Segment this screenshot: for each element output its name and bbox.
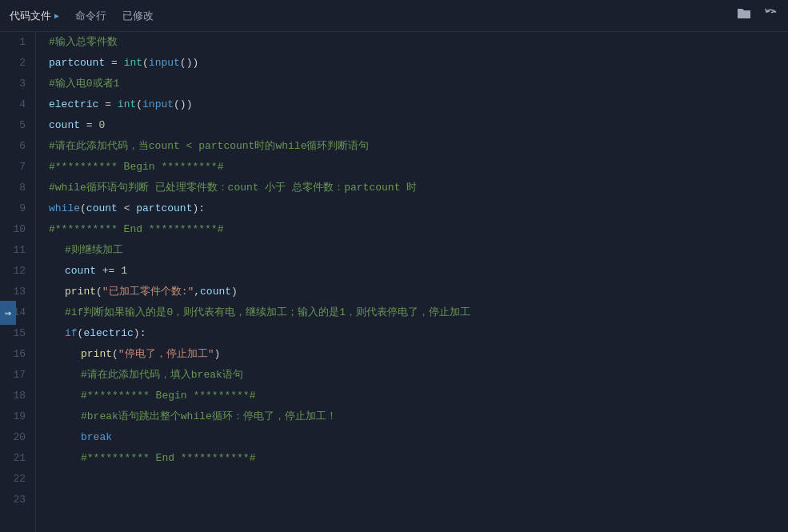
- line-number: 17: [6, 365, 26, 386]
- token: #请在此添加代码，当count < partcount时的while循环判断语句: [49, 136, 369, 157]
- token: count: [49, 115, 80, 136]
- token: 0: [98, 115, 105, 136]
- token: #break语句跳出整个while循环：停电了，停止加工！: [81, 406, 337, 427]
- code-line: electric = int(input()): [49, 94, 788, 115]
- play-icon: ▶: [54, 11, 59, 21]
- line-number: 18: [6, 386, 26, 406]
- code-line: [49, 490, 788, 510]
- code-line: break: [49, 427, 788, 448]
- line-number: 2: [6, 53, 26, 74]
- code-line: #请在此添加代码，当count < partcount时的while循环判断语句: [49, 136, 788, 157]
- token: (: [96, 282, 102, 302]
- line-number: 3: [6, 74, 26, 94]
- token: while: [49, 198, 80, 219]
- token: =: [80, 115, 98, 136]
- token: count: [200, 282, 231, 302]
- codefile-label: 代码文件: [10, 9, 51, 23]
- token: input: [142, 94, 174, 115]
- token: #则继续加工: [65, 240, 123, 261]
- line-number: 6: [6, 136, 26, 157]
- token: (: [80, 198, 86, 219]
- code-line: [49, 469, 788, 490]
- toolbar-modified[interactable]: 已修改: [122, 9, 154, 23]
- token: =: [105, 53, 123, 74]
- code-line: print("停电了，停止加工"): [49, 344, 788, 365]
- token: count: [86, 198, 118, 219]
- token: #********** Begin *********#: [49, 157, 223, 178]
- toolbar-right-icons: [737, 7, 778, 24]
- code-line: #请在此添加代码，填入break语句: [49, 365, 788, 386]
- token: (: [78, 323, 84, 344]
- line-number: 23: [6, 490, 26, 510]
- line-number: 10: [6, 219, 26, 240]
- code-line: while(count < partcount):: [49, 198, 788, 219]
- token: +=: [96, 261, 121, 282]
- token: #请在此添加代码，填入break语句: [81, 365, 243, 386]
- token: count: [65, 261, 96, 282]
- token: int: [118, 94, 136, 115]
- token: =: [98, 94, 117, 115]
- code-line: #********** End ***********#: [49, 448, 788, 469]
- line-number: 4: [6, 94, 26, 115]
- line-number: 22: [6, 469, 26, 490]
- token: 1: [121, 261, 127, 282]
- token: #输入电0或者1: [49, 74, 119, 94]
- token: ()): [180, 53, 198, 74]
- token: (: [142, 53, 149, 74]
- code-line: print("已加工零件个数:",count): [49, 282, 788, 302]
- token: partcount: [49, 53, 105, 74]
- code-line: #********** End ***********#: [49, 219, 788, 240]
- line-number: 13: [6, 282, 26, 302]
- token: if: [65, 323, 78, 344]
- token: print: [65, 282, 96, 302]
- code-line: if(electric):: [49, 323, 788, 344]
- folder-icon[interactable]: [737, 7, 751, 24]
- code-line: #while循环语句判断 已处理零件数：count 小于 总零件数：partco…: [49, 178, 788, 198]
- line-number: 5: [6, 115, 26, 136]
- toolbar-codefile[interactable]: 代码文件 ▶: [10, 9, 59, 23]
- undo-icon[interactable]: [764, 7, 778, 24]
- token: input: [149, 53, 180, 74]
- token: #while循环语句判断 已处理零件数：count 小于 总零件数：partco…: [49, 178, 417, 198]
- token: int: [124, 53, 142, 74]
- token: #输入总零件数: [49, 32, 118, 53]
- token: ): [231, 282, 238, 302]
- token: ): [214, 344, 220, 365]
- token: ):: [192, 198, 205, 219]
- token: electric: [49, 94, 98, 115]
- line-number: 1: [6, 32, 26, 53]
- line-number: 21: [6, 448, 26, 469]
- toolbar-cmdline[interactable]: 命令行: [75, 9, 106, 23]
- code-line: count += 1: [49, 261, 788, 282]
- cmdline-label: 命令行: [75, 9, 106, 23]
- token: partcount: [136, 198, 192, 219]
- token: ,: [194, 282, 200, 302]
- line-number: 7: [6, 157, 26, 178]
- code-line: #输入电0或者1: [49, 74, 788, 94]
- token: (: [112, 344, 118, 365]
- line-number: 20: [6, 427, 26, 448]
- token: "停电了，停止加工": [118, 344, 214, 365]
- line-numbers: 1234567891011121314151617181920212223: [0, 32, 36, 532]
- token: "已加工零件个数:": [102, 282, 194, 302]
- code-area[interactable]: #输入总零件数partcount = int(input())#输入电0或者1e…: [36, 32, 788, 532]
- token: print: [81, 344, 112, 365]
- toolbar: 代码文件 ▶ 命令行 已修改: [0, 0, 788, 32]
- line-number: 11: [6, 240, 26, 261]
- code-line: count = 0: [49, 115, 788, 136]
- modified-label: 已修改: [122, 9, 154, 23]
- code-line: #if判断如果输入的是0，则代表有电，继续加工；输入的是1，则代表停电了，停止加…: [49, 302, 788, 323]
- token: <: [118, 198, 136, 219]
- token: break: [81, 427, 112, 448]
- token: #********** End ***********#: [49, 219, 223, 240]
- line-number: 19: [6, 406, 26, 427]
- line-number: 8: [6, 178, 26, 198]
- token: #if判断如果输入的是0，则代表有电，继续加工；输入的是1，则代表停电了，停止加…: [65, 302, 470, 323]
- line-number: 15: [6, 323, 26, 344]
- line-number: 16: [6, 344, 26, 365]
- code-line: #break语句跳出整个while循环：停电了，停止加工！: [49, 406, 788, 427]
- code-line: #********** Begin *********#: [49, 386, 788, 406]
- code-line: #输入总零件数: [49, 32, 788, 53]
- token: ()): [174, 94, 192, 115]
- arrow-indicator: ⇒: [0, 301, 16, 325]
